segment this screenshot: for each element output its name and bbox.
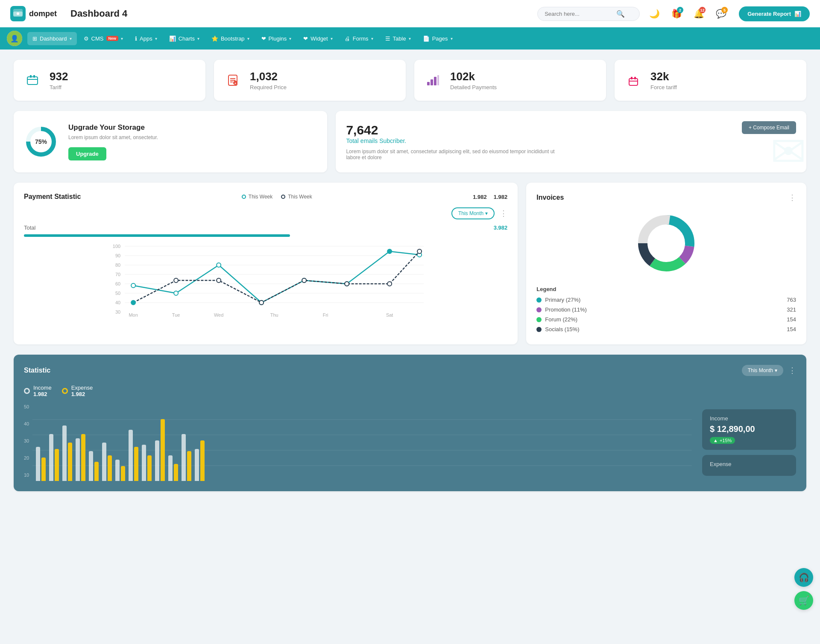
bar-group-13	[195, 440, 205, 481]
statistic-legend-row: Income 1.982 Expense 1.982	[24, 385, 796, 397]
invoices-header: Invoices ⋮	[536, 193, 796, 202]
income-dot	[24, 388, 30, 394]
svg-point-48	[217, 278, 221, 283]
nav-item-cms[interactable]: ⚙ CMS New ▾	[79, 32, 128, 45]
stat-card-price: + 1,032 Required Price	[214, 60, 406, 101]
bootstrap-icon: ⭐	[211, 35, 218, 42]
stat-card-tariff: 932 Tariff	[14, 60, 205, 101]
logo-name: dompet	[29, 9, 57, 18]
expense-legend-item: Expense 1.982	[62, 385, 93, 397]
generate-report-button[interactable]: Generate Report 📊	[739, 6, 810, 21]
nav-item-forms[interactable]: 🖨 Forms ▾	[340, 32, 378, 45]
svg-point-49	[259, 300, 264, 305]
gift-icon-btn[interactable]: 🎁 2	[669, 6, 684, 21]
header-icons: 🌙 🎁 2 🔔 12 💬 5 Generate Report 📊	[647, 6, 810, 21]
search-input[interactable]	[545, 11, 613, 17]
nav-item-bootstrap[interactable]: ⭐ Bootstrap ▾	[206, 32, 255, 45]
svg-rect-5	[33, 75, 35, 78]
promotion-label: Promotion (11%)	[545, 306, 587, 313]
svg-point-39	[174, 291, 178, 295]
widget-icon: ❤	[303, 35, 308, 42]
statistic-filter-label: This Month	[748, 367, 773, 373]
storage-description: Lorem ipsum dolor sit amet, onsectetur.	[68, 134, 158, 140]
svg-rect-15	[434, 77, 436, 85]
storage-donut: 75%	[24, 125, 58, 159]
upgrade-button[interactable]: Upgrade	[68, 147, 106, 160]
bar-group-12	[182, 434, 191, 481]
filter-row: This Month ▾ ⋮	[24, 207, 507, 219]
table-chevron: ▾	[409, 36, 411, 41]
total-row: Total 3.982	[24, 223, 507, 233]
legend-promotion: Promotion (11%) 321	[536, 305, 796, 315]
stat-cards-grid: 932 Tariff + 1,032 Required Price	[14, 60, 806, 101]
svg-text:60: 60	[115, 281, 120, 286]
invoices-more-icon[interactable]: ⋮	[788, 193, 796, 202]
force-label: Force tariff	[650, 84, 677, 90]
nav-bootstrap-label: Bootstrap	[221, 35, 245, 42]
bar-white-5	[89, 451, 93, 481]
charts-nav-icon: 📊	[169, 35, 176, 42]
bar-yellow-9	[147, 455, 152, 481]
more-options-icon[interactable]: ⋮	[500, 209, 507, 218]
stat-card-payments-info: 102k Detailed Payments	[450, 70, 497, 90]
bar-yellow-8	[134, 447, 138, 481]
bar-group-4	[76, 434, 85, 481]
apps-icon: ℹ	[135, 35, 137, 42]
bar-group-6	[102, 443, 112, 481]
nav-item-apps[interactable]: ℹ Apps ▾	[130, 32, 162, 45]
income-badge: ▲ +15%	[710, 437, 735, 444]
bell-badge: 12	[699, 7, 706, 13]
statistic-card: Statistic This Month ▾ ⋮ Income 1.982	[14, 355, 806, 491]
expense-label: Expense	[71, 385, 93, 391]
statistic-more-icon[interactable]: ⋮	[788, 366, 796, 375]
price-label: Required Price	[250, 84, 287, 90]
storage-percent: 75%	[35, 138, 47, 145]
plugins-chevron: ▾	[289, 36, 291, 41]
nav-item-table[interactable]: ☰ Table ▾	[380, 32, 416, 45]
payment-line-chart: 100 90 80 70 60 50 40 30	[24, 242, 507, 319]
bar-yellow-4	[81, 434, 85, 481]
svg-text:50: 50	[115, 291, 120, 296]
payments-icon	[423, 70, 443, 90]
y-label-30: 30	[24, 438, 29, 443]
bar-group-1	[36, 447, 46, 481]
bar-chart-icon: 📊	[794, 11, 801, 17]
logo: dompet	[10, 6, 57, 21]
nav-item-dashboard[interactable]: ⊞ Dashboard ▾	[27, 32, 77, 45]
price-value: 1,032	[250, 70, 287, 83]
payment-title: Payment Statistic	[24, 193, 81, 201]
nav-avatar: 👤	[7, 31, 22, 46]
search-bar: 🔍	[537, 7, 640, 21]
dashboard-icon: ⊞	[32, 35, 37, 42]
nav-dashboard-label: Dashboard	[40, 35, 67, 42]
nav-item-widget[interactable]: ❤ Widget ▾	[298, 32, 337, 45]
filter-label: This Month	[458, 210, 483, 216]
nav-cms-label: CMS	[91, 35, 104, 42]
nav-item-pages[interactable]: 📄 Pages ▾	[418, 32, 458, 45]
nav-item-plugins[interactable]: ❤ Plugins ▾	[256, 32, 297, 45]
bar-white-11	[168, 455, 173, 481]
svg-rect-17	[629, 79, 638, 85]
svg-point-53	[417, 249, 422, 254]
bar-yellow-11	[174, 464, 178, 481]
chat-badge: 5	[721, 7, 728, 13]
svg-rect-16	[437, 75, 439, 85]
svg-text:40: 40	[115, 300, 120, 305]
expense-info: Expense 1.982	[71, 385, 93, 397]
bar-white-4	[76, 438, 80, 481]
header: dompet Dashboard 4 🔍 🌙 🎁 2 🔔 12 💬 5 Gene…	[0, 0, 820, 27]
statistic-month-filter[interactable]: This Month ▾	[742, 365, 783, 376]
nav-item-charts[interactable]: 📊 Charts ▾	[164, 32, 205, 45]
invoices-title: Invoices	[536, 194, 564, 201]
search-icon[interactable]: 🔍	[616, 10, 625, 18]
chat-icon-btn[interactable]: 💬 5	[713, 6, 729, 21]
bootstrap-chevron: ▾	[247, 36, 249, 41]
bar-chart-y-axis: 10 20 30 40 50	[24, 404, 29, 481]
this-month-filter[interactable]: This Month ▾	[451, 207, 495, 219]
moon-icon-btn[interactable]: 🌙	[647, 6, 662, 21]
legend-values: 1.982 1.982	[473, 194, 507, 200]
svg-text:Thu: Thu	[270, 312, 278, 318]
bell-icon-btn[interactable]: 🔔 12	[691, 6, 706, 21]
bar-white-2	[49, 434, 53, 481]
bar-yellow-13	[200, 440, 205, 481]
